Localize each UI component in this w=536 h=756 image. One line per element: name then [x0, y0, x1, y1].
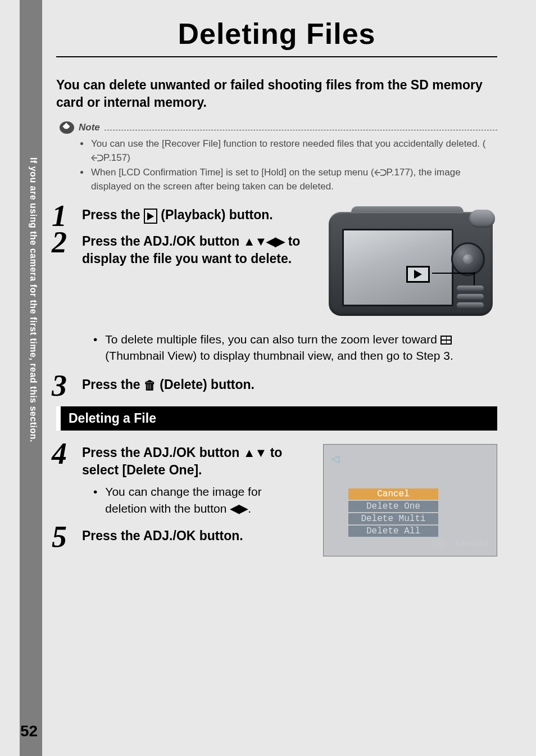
text: (Delete) button.: [156, 377, 255, 392]
note-label: Note: [79, 122, 100, 133]
step-4-bullet: • You can change the image for deletion …: [93, 483, 301, 517]
text: .: [248, 502, 251, 515]
step-text: Press the ADJ./OK button.: [82, 527, 301, 545]
pencil-icon: [60, 121, 74, 134]
step-text: Press the ADJ./OK button ▲▼◀▶ to display…: [82, 233, 301, 268]
step-number: 2: [52, 225, 67, 260]
text: Press the: [82, 377, 144, 392]
sidebar-text: If you are using the camera for the firs…: [24, 157, 38, 551]
note-text: When [LCD Confirmation Time] is set to […: [91, 167, 374, 178]
text: To delete multiple files, you can also t…: [105, 333, 440, 346]
step-text: Press the 🗑︎ (Delete) button.: [82, 376, 497, 394]
bullet-dot: •: [93, 331, 97, 364]
note-ref: P.157: [103, 152, 127, 163]
note-text: ): [127, 152, 130, 163]
reference-icon: [374, 169, 387, 176]
menu-item-delete-all: Delete All: [348, 526, 438, 537]
reference-icon: [91, 154, 103, 162]
section-heading-text: Deleting a File: [69, 411, 156, 425]
step-2: 2 Press the ADJ./OK button ▲▼◀▶ to displ…: [56, 233, 301, 268]
note-block: Note You can use the [Recover File] func…: [60, 121, 497, 194]
updown-arrows-icon: ▲▼: [243, 446, 267, 460]
step-text: Press the (Playback) button.: [82, 206, 301, 224]
note-ref: P.177: [387, 167, 410, 178]
note-text: You can use the [Recover File] function …: [91, 138, 485, 149]
trash-icon: 🗑︎: [144, 378, 156, 392]
note-dash-rule: [105, 130, 497, 130]
step-group-1: 1 Press the (Playback) button. 2 Press t…: [56, 206, 497, 327]
step-group-2: 4 Press the ADJ./OK button ▲▼ to select …: [56, 444, 497, 556]
step-number: 3: [52, 368, 67, 403]
text: Press the ADJ./OK button: [82, 234, 243, 248]
ok-key-icon: OK: [432, 540, 444, 547]
step-4: 4 Press the ADJ./OK button ▲▼ to select …: [56, 444, 301, 517]
delete-menu-list: Cancel Delete One Delete Multi Delete Al…: [348, 488, 438, 538]
note-item: You can use the [Recover File] function …: [90, 137, 497, 165]
step-5: 5 Press the ADJ./OK button.: [56, 527, 301, 545]
delete-menu-illustration: ◁ Cancel Delete One Delete Multi Delete …: [323, 444, 497, 556]
page-content: Deleting Files You can delete unwanted o…: [56, 17, 497, 556]
note-list: You can use the [Recover File] function …: [90, 137, 497, 194]
step-3: 3 Press the 🗑︎ (Delete) button.: [56, 376, 497, 394]
step-2-bullet: • To delete multiple files, you can also…: [93, 331, 497, 364]
menu-item-cancel: Cancel: [348, 488, 438, 500]
playback-icon: [144, 209, 157, 224]
dpad-arrows-icon: ▲▼◀▶: [243, 234, 285, 248]
bullet-text: To delete multiple files, you can also t…: [105, 331, 497, 364]
menu-left-arrow-icon: ◁: [331, 452, 339, 465]
bullet-text: You can change the image for deletion wi…: [105, 483, 301, 517]
menu-item-delete-multi: Delete Multi: [348, 513, 438, 524]
camera-illustration: [323, 206, 497, 324]
text: (Playback) button.: [157, 207, 273, 222]
page-title: Deleting Files: [56, 17, 497, 57]
section-heading-bar: Deleting a File: [56, 406, 497, 431]
step-number: 4: [52, 436, 67, 471]
step-text: Press the ADJ./OK button ▲▼ to select [D…: [82, 444, 301, 479]
playback-button-callout: [406, 266, 430, 283]
execute-label: : Execute: [446, 539, 489, 548]
menu-ok-hint: OK : Execute: [432, 539, 489, 548]
leftright-arrows-icon: ◀▶: [230, 501, 248, 515]
text: Press the: [82, 207, 144, 222]
step-1: 1 Press the (Playback) button.: [56, 206, 301, 224]
text: (Thumbnail View) to display thumbnail vi…: [105, 349, 453, 362]
text: Press the ADJ./OK button: [82, 445, 243, 460]
bullet-dot: •: [93, 483, 97, 517]
step-number: 5: [52, 519, 67, 554]
page-number: 52: [20, 722, 38, 740]
menu-item-delete-one: Delete One: [348, 501, 438, 512]
thumbnail-view-icon: [440, 336, 452, 345]
note-item: When [LCD Confirmation Time] is set to […: [90, 166, 497, 193]
intro-paragraph: You can delete unwanted or failed shooti…: [56, 76, 497, 111]
